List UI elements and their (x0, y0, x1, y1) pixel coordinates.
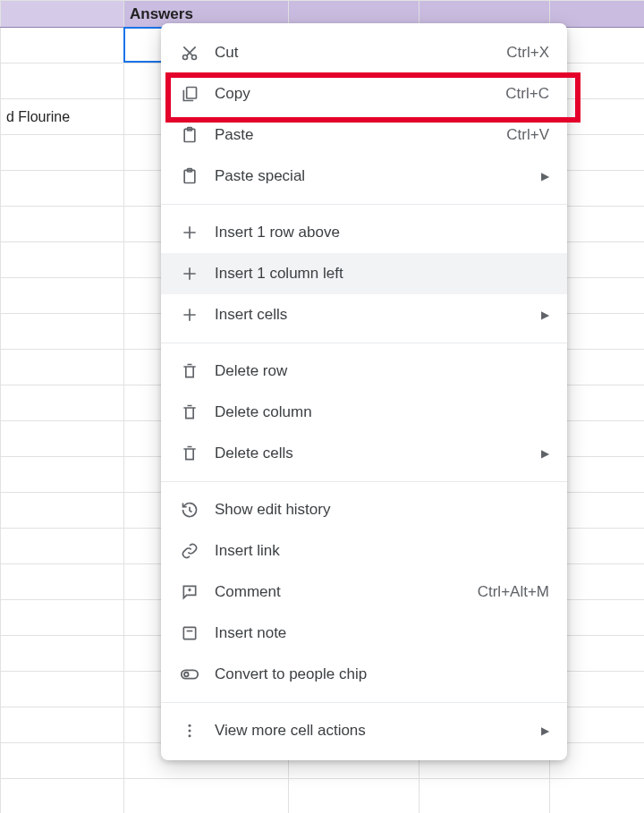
trash-icon (179, 443, 200, 464)
history-icon (179, 499, 200, 521)
menu-item-label: Delete cells (215, 445, 530, 462)
menu-item-label: Paste special (215, 167, 530, 185)
svg-point-1 (192, 55, 197, 60)
svg-rect-2 (187, 88, 197, 99)
menu-item-label: Insert link (215, 542, 549, 560)
cut-icon (179, 42, 200, 64)
menu-item-label: Cut (215, 44, 496, 62)
context-menu: Cut Ctrl+X Copy Ctrl+C Paste Ctrl+V Past… (161, 23, 567, 760)
menu-item-label: Insert cells (215, 306, 530, 324)
menu-item-paste-special[interactable]: Paste special ▶ (161, 156, 567, 197)
comment-icon (179, 581, 200, 603)
menu-item-label: Insert note (215, 624, 549, 642)
menu-item-label: Paste (215, 126, 496, 144)
menu-item-insert-link[interactable]: Insert link (161, 530, 567, 572)
plus-icon (179, 263, 200, 284)
svg-point-9 (184, 673, 189, 677)
menu-item-label: Copy (215, 85, 495, 103)
paste-icon (179, 124, 200, 146)
menu-divider (161, 481, 567, 482)
menu-item-shortcut: Ctrl+Alt+M (478, 583, 549, 601)
svg-point-12 (189, 734, 191, 737)
trash-icon (179, 402, 200, 423)
menu-item-shortcut: Ctrl+C (505, 85, 549, 103)
menu-item-label: View more cell actions (215, 722, 530, 740)
menu-item-show-edit-history[interactable]: Show edit history (161, 489, 567, 530)
menu-item-view-more-cell-actions[interactable]: View more cell actions ▶ (161, 710, 567, 751)
svg-point-0 (183, 55, 188, 60)
menu-item-insert-note[interactable]: Insert note (161, 613, 567, 654)
submenu-arrow-icon: ▶ (541, 309, 549, 321)
menu-divider (161, 343, 567, 343)
menu-item-delete-cells[interactable]: Delete cells ▶ (161, 433, 567, 474)
svg-point-11 (189, 730, 191, 733)
cell-a4[interactable]: d Flourine (1, 99, 124, 135)
copy-icon (179, 83, 200, 105)
note-icon (179, 622, 200, 644)
menu-item-label: Insert 1 row above (215, 224, 549, 241)
table-row[interactable] (1, 779, 645, 814)
menu-item-delete-column[interactable]: Delete column (161, 392, 567, 433)
submenu-arrow-icon: ▶ (541, 447, 549, 460)
menu-item-label: Delete row (215, 362, 549, 380)
submenu-arrow-icon: ▶ (541, 724, 549, 737)
menu-item-label: Convert to people chip (215, 665, 549, 683)
menu-item-comment[interactable]: Comment Ctrl+Alt+M (161, 572, 567, 613)
menu-item-insert-cells[interactable]: Insert cells ▶ (161, 294, 567, 335)
cell-e1[interactable] (550, 1, 645, 28)
plus-icon (179, 304, 200, 326)
cell-a1[interactable] (1, 1, 124, 28)
menu-item-copy[interactable]: Copy Ctrl+C (161, 73, 567, 114)
menu-divider (161, 204, 567, 205)
menu-divider (161, 702, 567, 703)
menu-item-label: Insert 1 column left (215, 265, 549, 283)
plus-icon (179, 222, 200, 243)
menu-item-label: Comment (215, 583, 467, 601)
menu-item-delete-row[interactable]: Delete row (161, 351, 567, 392)
paste-icon (179, 165, 200, 187)
menu-item-convert-to-people-chip[interactable]: Convert to people chip (161, 654, 567, 695)
trash-icon (179, 360, 200, 382)
link-icon (179, 540, 200, 562)
menu-item-paste[interactable]: Paste Ctrl+V (161, 114, 567, 156)
menu-item-insert-column-left[interactable]: Insert 1 column left (161, 253, 567, 294)
menu-item-label: Show edit history (215, 501, 549, 519)
submenu-arrow-icon: ▶ (541, 170, 549, 182)
person-chip-icon (179, 664, 200, 685)
more-vertical-icon (179, 720, 200, 741)
menu-item-shortcut: Ctrl+V (506, 126, 549, 144)
svg-point-10 (189, 724, 191, 727)
menu-item-shortcut: Ctrl+X (506, 44, 549, 62)
menu-item-label: Delete column (215, 403, 549, 421)
menu-item-insert-row-above[interactable]: Insert 1 row above (161, 212, 567, 253)
svg-rect-7 (183, 627, 195, 639)
menu-item-cut[interactable]: Cut Ctrl+X (161, 32, 567, 73)
